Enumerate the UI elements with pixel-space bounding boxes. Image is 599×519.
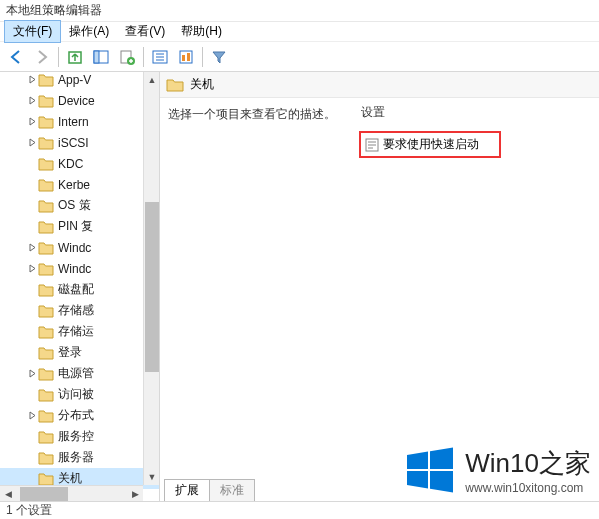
tree-item-label: iSCSI xyxy=(58,136,89,150)
tab-bar: 扩展 标准 xyxy=(160,477,254,501)
expand-icon[interactable] xyxy=(26,264,38,273)
expand-icon[interactable] xyxy=(26,138,38,147)
tree-item-label: 登录 xyxy=(58,344,82,361)
menu-view[interactable]: 查看(V) xyxy=(117,21,173,42)
description-text: 选择一个项目来查看它的描述。 xyxy=(168,107,336,121)
expand-icon[interactable] xyxy=(26,96,38,105)
window-titlebar: 本地组策略编辑器 xyxy=(0,0,599,22)
svg-rect-8 xyxy=(187,53,190,61)
tree-horizontal-scrollbar[interactable]: ◀ ▶ xyxy=(0,485,143,501)
tree-item[interactable]: 磁盘配 xyxy=(0,279,160,300)
setting-item[interactable]: 要求使用快速启动 xyxy=(359,131,501,158)
content-area: App-VDeviceInterniSCSIKDCKerbeOS 策PIN 复W… xyxy=(0,72,599,501)
tree-item[interactable]: 登录 xyxy=(0,342,160,363)
tree-item-label: Device xyxy=(58,94,95,108)
expand-icon[interactable] xyxy=(26,369,38,378)
scroll-down-icon[interactable]: ▼ xyxy=(144,469,160,485)
expand-icon[interactable] xyxy=(26,411,38,420)
settings-column-header[interactable]: 设置 xyxy=(355,104,599,121)
svg-rect-6 xyxy=(180,51,192,63)
expand-icon[interactable] xyxy=(26,75,38,84)
toolbar-separator xyxy=(202,47,203,67)
folder-icon xyxy=(38,367,54,381)
refresh-button[interactable] xyxy=(148,45,172,69)
scrollbar-thumb[interactable] xyxy=(20,487,68,501)
forward-button[interactable] xyxy=(30,45,54,69)
tree-item[interactable]: Kerbe xyxy=(0,174,160,195)
tree-item[interactable]: App-V xyxy=(0,72,160,90)
scroll-left-icon[interactable]: ◀ xyxy=(0,486,16,501)
window-title: 本地组策略编辑器 xyxy=(6,2,102,19)
tree-item-label: 电源管 xyxy=(58,365,94,382)
tree-item[interactable]: 电源管 xyxy=(0,363,160,384)
tree-item[interactable]: 服务器 xyxy=(0,447,160,468)
properties-button[interactable] xyxy=(174,45,198,69)
watermark-text: Win10之家 www.win10xitong.com xyxy=(465,446,591,495)
tree-item[interactable]: PIN 复 xyxy=(0,216,160,237)
tree-item[interactable]: 服务控 xyxy=(0,426,160,447)
menu-file[interactable]: 文件(F) xyxy=(4,20,61,43)
folder-icon xyxy=(38,325,54,339)
watermark-url: www.win10xitong.com xyxy=(465,481,591,495)
detail-header-title: 关机 xyxy=(190,76,214,93)
tree-item[interactable]: Device xyxy=(0,90,160,111)
tree-item-label: KDC xyxy=(58,157,83,171)
expand-icon[interactable] xyxy=(26,243,38,252)
folder-icon xyxy=(38,262,54,276)
tree-item[interactable]: Intern xyxy=(0,111,160,132)
tree-item-label: 存储运 xyxy=(58,323,94,340)
tree-item-label: 服务器 xyxy=(58,449,94,466)
filter-button[interactable] xyxy=(207,45,231,69)
scroll-right-icon[interactable]: ▶ xyxy=(127,486,143,501)
statusbar-text: 1 个设置 xyxy=(6,502,52,519)
show-hide-tree-button[interactable] xyxy=(89,45,113,69)
tree-item-label: 服务控 xyxy=(58,428,94,445)
toolbar xyxy=(0,42,599,72)
scrollbar-thumb[interactable] xyxy=(145,202,159,372)
folder-icon xyxy=(38,346,54,360)
setting-icon xyxy=(365,138,379,152)
tree-item[interactable]: Windc xyxy=(0,258,160,279)
tree-item[interactable]: 分布式 xyxy=(0,405,160,426)
folder-icon xyxy=(38,241,54,255)
folder-icon xyxy=(38,157,54,171)
tree-item[interactable]: 存储运 xyxy=(0,321,160,342)
menu-action[interactable]: 操作(A) xyxy=(61,21,117,42)
folder-icon xyxy=(38,115,54,129)
detail-header: 关机 xyxy=(160,72,599,98)
up-button[interactable] xyxy=(63,45,87,69)
folder-icon xyxy=(38,388,54,402)
folder-icon xyxy=(38,472,54,486)
tree-item[interactable]: KDC xyxy=(0,153,160,174)
tree-item[interactable]: OS 策 xyxy=(0,195,160,216)
folder-icon xyxy=(166,78,184,92)
tree-item[interactable]: 存储感 xyxy=(0,300,160,321)
folder-icon xyxy=(38,94,54,108)
folder-icon xyxy=(38,178,54,192)
folder-icon xyxy=(38,409,54,423)
windows-logo-icon xyxy=(405,445,455,495)
toolbar-separator xyxy=(58,47,59,67)
folder-icon xyxy=(38,73,54,87)
expand-icon[interactable] xyxy=(26,117,38,126)
tree-item-label: OS 策 xyxy=(58,197,91,214)
svg-rect-7 xyxy=(182,55,185,61)
tree-item-label: 访问被 xyxy=(58,386,94,403)
statusbar: 1 个设置 xyxy=(0,501,599,519)
folder-icon xyxy=(38,283,54,297)
tree-item[interactable]: 访问被 xyxy=(0,384,160,405)
scroll-up-icon[interactable]: ▲ xyxy=(144,72,160,88)
tab-extended[interactable]: 扩展 xyxy=(164,479,210,501)
svg-rect-2 xyxy=(94,51,99,63)
tree-item-label: Kerbe xyxy=(58,178,90,192)
menu-help[interactable]: 帮助(H) xyxy=(173,21,230,42)
tree-item-label: PIN 复 xyxy=(58,218,93,235)
toolbar-separator xyxy=(143,47,144,67)
tree-item[interactable]: iSCSI xyxy=(0,132,160,153)
tree-item[interactable]: Windc xyxy=(0,237,160,258)
export-button[interactable] xyxy=(115,45,139,69)
folder-tree[interactable]: App-VDeviceInterniSCSIKDCKerbeOS 策PIN 复W… xyxy=(0,72,160,489)
tree-vertical-scrollbar[interactable]: ▲ ▼ xyxy=(143,72,159,485)
back-button[interactable] xyxy=(4,45,28,69)
tab-standard[interactable]: 标准 xyxy=(209,479,255,501)
